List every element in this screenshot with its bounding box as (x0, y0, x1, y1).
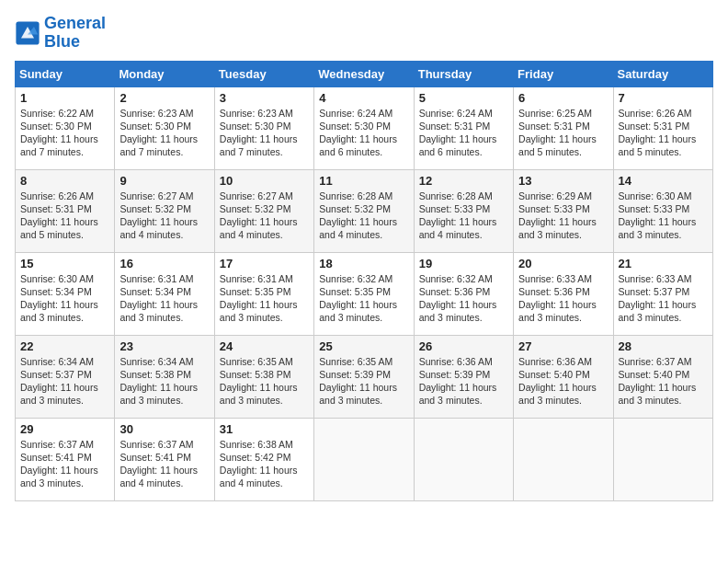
calendar-table: SundayMondayTuesdayWednesdayThursdayFrid… (15, 61, 713, 501)
calendar-cell: 21 Sunrise: 6:33 AMSunset: 5:37 PMDaylig… (613, 252, 712, 335)
day-number: 16 (119, 257, 209, 270)
weekday-header-saturday: Saturday (613, 61, 712, 86)
calendar-cell (514, 418, 613, 500)
calendar-header-row: SundayMondayTuesdayWednesdayThursdayFrid… (16, 61, 713, 86)
day-number: 14 (619, 174, 708, 188)
day-info: Sunrise: 6:35 AMSunset: 5:39 PMDaylight:… (319, 355, 408, 408)
calendar-cell: 16 Sunrise: 6:31 AMSunset: 5:34 PMDaylig… (115, 252, 214, 335)
day-number: 2 (119, 91, 209, 105)
weekday-header-thursday: Thursday (414, 61, 513, 86)
day-info: Sunrise: 6:35 AMSunset: 5:38 PMDaylight:… (220, 355, 309, 408)
calendar-cell: 15 Sunrise: 6:30 AMSunset: 5:34 PMDaylig… (16, 252, 115, 335)
day-info: Sunrise: 6:25 AMSunset: 5:31 PMDaylight:… (518, 107, 608, 159)
calendar-cell (613, 418, 712, 500)
weekday-header-tuesday: Tuesday (214, 61, 313, 86)
calendar-cell: 22 Sunrise: 6:34 AMSunset: 5:37 PMDaylig… (16, 335, 115, 418)
page-header: General Blue (15, 15, 713, 52)
day-number: 15 (20, 257, 109, 270)
day-number: 23 (119, 339, 209, 353)
calendar-cell: 7 Sunrise: 6:26 AMSunset: 5:31 PMDayligh… (613, 86, 712, 169)
calendar-cell: 20 Sunrise: 6:33 AMSunset: 5:36 PMDaylig… (514, 252, 613, 335)
day-number: 27 (518, 339, 608, 353)
day-number: 31 (220, 422, 309, 436)
day-info: Sunrise: 6:24 AMSunset: 5:30 PMDaylight:… (319, 107, 408, 159)
logo-icon (15, 20, 40, 46)
calendar-cell: 18 Sunrise: 6:32 AMSunset: 5:35 PMDaylig… (314, 252, 414, 335)
day-number: 22 (20, 339, 109, 353)
calendar-cell: 29 Sunrise: 6:37 AMSunset: 5:41 PMDaylig… (16, 418, 115, 500)
calendar-cell: 23 Sunrise: 6:34 AMSunset: 5:38 PMDaylig… (115, 335, 214, 418)
day-info: Sunrise: 6:26 AMSunset: 5:31 PMDaylight:… (619, 107, 708, 159)
day-number: 6 (518, 91, 608, 105)
day-info: Sunrise: 6:30 AMSunset: 5:33 PMDaylight:… (619, 190, 708, 242)
day-info: Sunrise: 6:36 AMSunset: 5:40 PMDaylight:… (518, 355, 608, 408)
weekday-header-friday: Friday (514, 61, 613, 86)
day-info: Sunrise: 6:28 AMSunset: 5:32 PMDaylight:… (319, 190, 408, 242)
calendar-week-3: 15 Sunrise: 6:30 AMSunset: 5:34 PMDaylig… (16, 252, 713, 335)
day-number: 9 (119, 174, 209, 188)
calendar-cell: 19 Sunrise: 6:32 AMSunset: 5:36 PMDaylig… (414, 252, 513, 335)
day-number: 25 (319, 339, 408, 353)
day-info: Sunrise: 6:27 AMSunset: 5:32 PMDaylight:… (119, 190, 209, 242)
calendar-cell: 13 Sunrise: 6:29 AMSunset: 5:33 PMDaylig… (514, 169, 613, 252)
calendar-cell: 24 Sunrise: 6:35 AMSunset: 5:38 PMDaylig… (214, 335, 313, 418)
day-info: Sunrise: 6:32 AMSunset: 5:35 PMDaylight:… (319, 272, 408, 325)
calendar-cell: 26 Sunrise: 6:36 AMSunset: 5:39 PMDaylig… (414, 335, 513, 418)
day-info: Sunrise: 6:27 AMSunset: 5:32 PMDaylight:… (220, 190, 309, 242)
calendar-cell: 30 Sunrise: 6:37 AMSunset: 5:41 PMDaylig… (115, 418, 214, 500)
day-number: 29 (20, 422, 109, 436)
calendar-cell: 27 Sunrise: 6:36 AMSunset: 5:40 PMDaylig… (514, 335, 613, 418)
calendar-cell: 14 Sunrise: 6:30 AMSunset: 5:33 PMDaylig… (613, 169, 712, 252)
day-number: 10 (220, 174, 309, 188)
day-number: 18 (319, 257, 408, 270)
day-number: 13 (518, 174, 608, 188)
calendar-week-1: 1 Sunrise: 6:22 AMSunset: 5:30 PMDayligh… (16, 86, 713, 169)
calendar-cell: 3 Sunrise: 6:23 AMSunset: 5:30 PMDayligh… (214, 86, 313, 169)
day-number: 3 (220, 91, 309, 105)
logo-blue: Blue (44, 32, 80, 51)
day-info: Sunrise: 6:23 AMSunset: 5:30 PMDaylight:… (220, 107, 309, 159)
day-number: 21 (619, 257, 708, 270)
weekday-header-sunday: Sunday (16, 61, 115, 86)
day-info: Sunrise: 6:36 AMSunset: 5:39 PMDaylight:… (419, 355, 508, 408)
logo-text: General Blue (44, 15, 106, 52)
day-info: Sunrise: 6:24 AMSunset: 5:31 PMDaylight:… (419, 107, 508, 159)
day-number: 26 (419, 339, 508, 353)
calendar-cell: 31 Sunrise: 6:38 AMSunset: 5:42 PMDaylig… (214, 418, 313, 500)
calendar-cell: 9 Sunrise: 6:27 AMSunset: 5:32 PMDayligh… (115, 169, 214, 252)
day-info: Sunrise: 6:38 AMSunset: 5:42 PMDaylight:… (220, 438, 309, 490)
day-info: Sunrise: 6:33 AMSunset: 5:37 PMDaylight:… (619, 272, 708, 325)
weekday-header-monday: Monday (115, 61, 214, 86)
calendar-cell: 25 Sunrise: 6:35 AMSunset: 5:39 PMDaylig… (314, 335, 414, 418)
day-info: Sunrise: 6:31 AMSunset: 5:34 PMDaylight:… (119, 272, 209, 325)
day-number: 17 (220, 257, 309, 270)
day-info: Sunrise: 6:31 AMSunset: 5:35 PMDaylight:… (220, 272, 309, 325)
day-info: Sunrise: 6:32 AMSunset: 5:36 PMDaylight:… (419, 272, 508, 325)
day-number: 11 (319, 174, 408, 188)
day-number: 1 (20, 91, 109, 105)
day-info: Sunrise: 6:22 AMSunset: 5:30 PMDaylight:… (20, 107, 109, 159)
calendar-cell: 17 Sunrise: 6:31 AMSunset: 5:35 PMDaylig… (214, 252, 313, 335)
day-number: 12 (419, 174, 508, 188)
calendar-cell: 28 Sunrise: 6:37 AMSunset: 5:40 PMDaylig… (613, 335, 712, 418)
day-info: Sunrise: 6:28 AMSunset: 5:33 PMDaylight:… (419, 190, 508, 242)
day-number: 30 (119, 422, 209, 436)
calendar-week-4: 22 Sunrise: 6:34 AMSunset: 5:37 PMDaylig… (16, 335, 713, 418)
calendar-cell: 5 Sunrise: 6:24 AMSunset: 5:31 PMDayligh… (414, 86, 513, 169)
calendar-cell: 6 Sunrise: 6:25 AMSunset: 5:31 PMDayligh… (514, 86, 613, 169)
day-info: Sunrise: 6:33 AMSunset: 5:36 PMDaylight:… (518, 272, 608, 325)
day-number: 28 (619, 339, 708, 353)
day-number: 7 (619, 91, 708, 105)
day-info: Sunrise: 6:37 AMSunset: 5:41 PMDaylight:… (119, 438, 209, 490)
calendar-week-2: 8 Sunrise: 6:26 AMSunset: 5:31 PMDayligh… (16, 169, 713, 252)
day-number: 8 (20, 174, 109, 188)
calendar-cell: 11 Sunrise: 6:28 AMSunset: 5:32 PMDaylig… (314, 169, 414, 252)
calendar-cell: 1 Sunrise: 6:22 AMSunset: 5:30 PMDayligh… (16, 86, 115, 169)
calendar-week-5: 29 Sunrise: 6:37 AMSunset: 5:41 PMDaylig… (16, 418, 713, 500)
logo: General Blue (15, 15, 106, 52)
day-info: Sunrise: 6:34 AMSunset: 5:37 PMDaylight:… (20, 355, 109, 408)
calendar-cell (314, 418, 414, 500)
calendar-cell (414, 418, 513, 500)
day-info: Sunrise: 6:29 AMSunset: 5:33 PMDaylight:… (518, 190, 608, 242)
calendar-cell: 10 Sunrise: 6:27 AMSunset: 5:32 PMDaylig… (214, 169, 313, 252)
